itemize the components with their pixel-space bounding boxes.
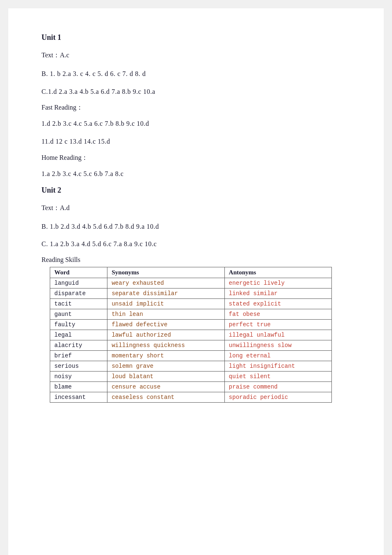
word-cell: noisy <box>50 372 107 382</box>
antonyms-cell: unwillingness slow <box>224 340 331 351</box>
synonyms-cell: thin lean <box>107 309 224 320</box>
col-header-synonyms: Synonyms <box>107 267 224 278</box>
synonyms-cell: censure accuse <box>107 382 224 392</box>
reading-skills-label: Reading Skills <box>41 256 351 264</box>
table-row: languidweary exhaustedenergetic lively <box>50 278 332 289</box>
unit2-b-row: B. 1.b 2.d 3.d 4.b 5.d 6.d 7.b 8.d 9.a 1… <box>41 221 351 233</box>
unit1-b-row: B. 1. b 2.a 3. c 4. c 5. d 6. c 7. d 8. … <box>41 68 351 80</box>
synonyms-cell: solemn grave <box>107 361 224 372</box>
synonyms-cell: weary exhausted <box>107 278 224 289</box>
page: Unit 1 Text：A.c B. 1. b 2.a 3. c 4. c 5.… <box>8 8 384 555</box>
antonyms-cell: perfect true <box>224 320 331 330</box>
unit1-block: Unit 1 Text：A.c B. 1. b 2.a 3. c 4. c 5.… <box>41 33 351 180</box>
table-row: incessantceaseless constantsporadic peri… <box>50 392 332 403</box>
word-cell: faulty <box>50 320 107 330</box>
word-cell: languid <box>50 278 107 289</box>
table-row: noisyloud blatantquiet silent <box>50 372 332 382</box>
skills-table: Word Synonyms Antonyms languidweary exha… <box>50 267 332 403</box>
table-row: disparateseparate dissimilarlinked simil… <box>50 289 332 299</box>
antonyms-cell: illegal unlawful <box>224 330 331 340</box>
antonyms-cell: energetic lively <box>224 278 331 289</box>
word-cell: blame <box>50 382 107 392</box>
unit2-text-line: Text：A.d <box>41 202 351 214</box>
table-row: briefmomentary shortlong eternal <box>50 351 332 361</box>
antonyms-cell: fat obese <box>224 309 331 320</box>
unit2-c-row: C. 1.a 2.b 3.a 4.d 5.d 6.c 7.a 8.a 9.c 1… <box>41 238 351 250</box>
table-row: serioussolemn gravelight insignificant <box>50 361 332 372</box>
col-header-word: Word <box>50 267 107 278</box>
table-row: faultyflawed defectiveperfect true <box>50 320 332 330</box>
word-cell: brief <box>50 351 107 361</box>
synonyms-cell: momentary short <box>107 351 224 361</box>
antonyms-cell: sporadic periodic <box>224 392 331 403</box>
synonyms-cell: unsaid implicit <box>107 299 224 309</box>
antonyms-cell: quiet silent <box>224 372 331 382</box>
antonyms-cell: light insignificant <box>224 361 331 372</box>
table-row: alacritywillingness quicknessunwillingne… <box>50 340 332 351</box>
word-cell: tacit <box>50 299 107 309</box>
unit2-title: Unit 2 <box>41 186 351 195</box>
table-row: tacitunsaid implicitstated explicit <box>50 299 332 309</box>
unit1-home-reading-label: Home Reading： <box>41 154 351 162</box>
antonyms-cell: long eternal <box>224 351 331 361</box>
col-header-antonyms: Antonyms <box>224 267 331 278</box>
antonyms-cell: praise commend <box>224 382 331 392</box>
synonyms-cell: ceaseless constant <box>107 392 224 403</box>
unit1-fast-row1: 1.d 2.b 3.c 4.c 5.a 6.c 7.b 8.b 9.c 10.d <box>41 118 351 130</box>
unit1-title: Unit 1 <box>41 33 351 42</box>
antonyms-cell: stated explicit <box>224 299 331 309</box>
unit2-block: Unit 2 Text：A.d B. 1.b 2.d 3.d 4.b 5.d 6… <box>41 186 351 403</box>
synonyms-cell: flawed defective <box>107 320 224 330</box>
table-row: blamecensure accusepraise commend <box>50 382 332 392</box>
unit1-home-row: 1.a 2.b 3.c 4.c 5.c 6.b 7.a 8.c <box>41 168 351 180</box>
synonyms-cell: separate dissimilar <box>107 289 224 299</box>
unit1-c-row: C.1.d 2.a 3.a 4.b 5.a 6.d 7.a 8.b 9.c 10… <box>41 86 351 98</box>
word-cell: alacrity <box>50 340 107 351</box>
synonyms-cell: willingness quickness <box>107 340 224 351</box>
word-cell: disparate <box>50 289 107 299</box>
word-cell: gaunt <box>50 309 107 320</box>
word-cell: serious <box>50 361 107 372</box>
unit1-fast-row2: 11.d 12 c 13.d 14.c 15.d <box>41 136 351 148</box>
table-header-row: Word Synonyms Antonyms <box>50 267 332 278</box>
synonyms-cell: loud blatant <box>107 372 224 382</box>
synonyms-cell: lawful authorized <box>107 330 224 340</box>
unit1-fast-reading-label: Fast Reading： <box>41 103 351 112</box>
table-row: legallawful authorizedillegal unlawful <box>50 330 332 340</box>
unit1-text-line: Text：A.c <box>41 49 351 61</box>
antonyms-cell: linked similar <box>224 289 331 299</box>
word-cell: legal <box>50 330 107 340</box>
word-cell: incessant <box>50 392 107 403</box>
table-row: gauntthin leanfat obese <box>50 309 332 320</box>
